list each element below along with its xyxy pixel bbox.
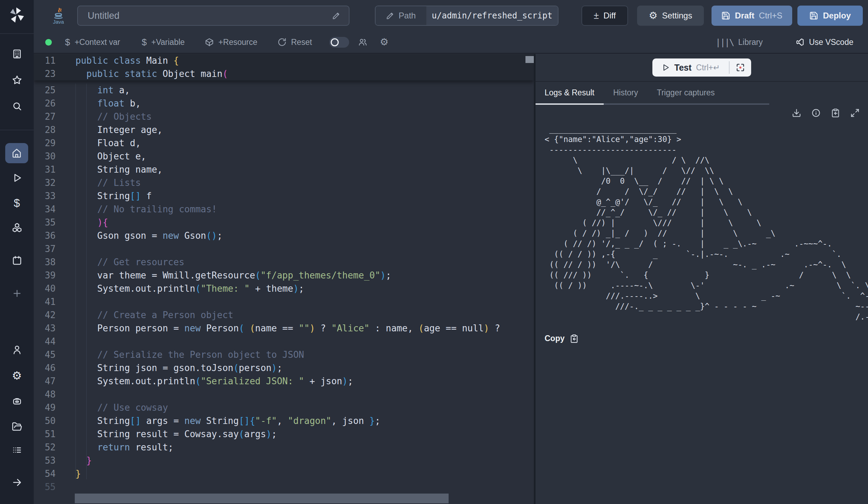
library-button[interactable]: |||\ Library [716, 37, 763, 47]
code-line[interactable]: 31 String name, [34, 163, 534, 176]
deploy-label: Deploy [823, 11, 851, 21]
sidebar-item-add[interactable] [0, 283, 34, 304]
path-field[interactable]: Path u/admin/refreshed_script [375, 6, 558, 26]
capture-mode-button[interactable] [730, 58, 751, 77]
test-button[interactable]: Test Ctrl+↵ [652, 58, 729, 77]
code-line[interactable]: 28 Integer age, [34, 123, 534, 136]
sidebar-item-runs[interactable] [0, 168, 34, 188]
editor-horizontal-scrollbar[interactable] [75, 494, 449, 503]
code-line[interactable]: 54} [34, 467, 534, 480]
sidebar-item-variables[interactable]: $ [0, 193, 34, 213]
code-line[interactable]: 26 float b, [34, 97, 534, 110]
add-resource-button[interactable]: +Resource [205, 38, 257, 47]
run-panel: Test Ctrl+↵ Logs & Result History Trigge… [536, 54, 868, 504]
code-line[interactable]: 51 String result = Cowsay.say(args); [34, 427, 534, 441]
sidebar-item-workers[interactable] [0, 391, 34, 411]
sidebar-divider [0, 33, 34, 34]
line-number: 37 [34, 242, 56, 255]
tab-logs-and-result[interactable]: Logs & Result [536, 82, 604, 105]
diff-button[interactable]: ± Diff [581, 6, 628, 26]
code-line[interactable]: 44 [34, 335, 534, 348]
code-line[interactable]: 39 var theme = Wmill.getResource("f/app_… [34, 269, 534, 282]
sidebar-item-settings[interactable]: ⚙ [0, 365, 34, 386]
collaborators-button[interactable] [358, 38, 367, 47]
test-button-group[interactable]: Test Ctrl+↵ [652, 58, 751, 77]
add-context-var-button[interactable]: $ +Context var [65, 37, 120, 48]
code-text: Person person = new Person( (name == "")… [75, 322, 500, 335]
code-line[interactable]: 49 // Use cowsay [34, 401, 534, 414]
code-line[interactable]: 45 // Serialize the Person object to JSO… [34, 348, 534, 361]
sidebar: $ ⚙ [0, 0, 34, 504]
code-line[interactable]: 11public class Main { [34, 54, 534, 67]
code-line[interactable]: 23 public static Object main( [34, 67, 534, 80]
windmill-logo-icon[interactable] [8, 6, 26, 24]
code-line[interactable]: 29 Float d, [34, 136, 534, 150]
code-line[interactable]: 27 // Objects [34, 110, 534, 123]
library-icon: |||\ [716, 37, 734, 47]
expand-icon[interactable] [850, 108, 860, 118]
sidebar-item-users[interactable] [0, 340, 34, 360]
code-line[interactable]: 43 Person person = new Person( (name == … [34, 322, 534, 335]
reset-button[interactable]: Reset [278, 38, 312, 47]
edit-title-pencil-icon[interactable] [332, 11, 340, 20]
save-icon [809, 11, 818, 20]
line-number: 45 [34, 348, 56, 361]
sidebar-item-resources[interactable] [0, 218, 34, 238]
code-text: // Get resources [75, 255, 184, 269]
code-line[interactable]: 33 String[] f [34, 189, 534, 203]
code-line[interactable]: 41 [34, 295, 534, 308]
code-line[interactable]: 38 // Get resources [34, 255, 534, 269]
diff-mode-toggle[interactable] [329, 37, 349, 48]
sidebar-item-expand[interactable] [0, 472, 34, 493]
use-vscode-button[interactable]: Use VScode [795, 38, 853, 47]
editor-body[interactable]: 25 int a,26 float b,27 // Objects28 Inte… [34, 84, 534, 494]
download-icon[interactable] [792, 108, 801, 118]
code-text: public class Main { [75, 54, 179, 67]
code-line[interactable]: 50 String[] args = new String[]{"-f", "d… [34, 414, 534, 427]
settings-button[interactable]: ⚙ Settings [637, 6, 704, 26]
sidebar-item-audit-logs[interactable] [0, 440, 34, 460]
add-variable-button[interactable]: $ +Variable [142, 37, 185, 48]
sidebar-item-search[interactable] [0, 96, 34, 116]
code-line[interactable]: 53 } [34, 454, 534, 467]
tab-trigger-captures[interactable]: Trigger captures [648, 82, 724, 105]
line-number: 48 [34, 388, 56, 401]
code-line[interactable]: 25 int a, [34, 84, 534, 97]
tab-history[interactable]: History [604, 82, 648, 105]
editor-vertical-scrollbar[interactable] [525, 56, 534, 63]
code-line[interactable]: 46 String json = gson.toJson(person); [34, 361, 534, 375]
sidebar-item-favorites[interactable] [0, 70, 34, 90]
code-line[interactable]: 32 // Lists [34, 176, 534, 189]
deploy-button[interactable]: Deploy [797, 6, 863, 26]
toggle-knob [331, 38, 339, 46]
code-line[interactable]: 42 // Create a Person object [34, 308, 534, 322]
line-number: 40 [34, 282, 56, 295]
code-editor[interactable]: 25 int a,26 float b,27 // Objects28 Inte… [34, 54, 534, 504]
code-line[interactable]: 30 Object e, [34, 150, 534, 163]
path-label-segment[interactable]: Path [376, 6, 426, 25]
gear-icon: ⚙ [649, 11, 658, 21]
copy-result-button[interactable]: Copy [536, 334, 868, 343]
sidebar-item-workspace[interactable] [0, 44, 34, 64]
code-text: int a, [75, 84, 130, 97]
code-line[interactable]: 47 System.out.println("Serialized JSON: … [34, 375, 534, 388]
add-variable-label: +Variable [151, 38, 185, 47]
sidebar-item-home[interactable] [5, 143, 28, 163]
code-line[interactable]: 37 [34, 242, 534, 255]
sidebar-item-schedules[interactable] [0, 250, 34, 270]
draft-button[interactable]: Draft Ctrl+S [712, 6, 792, 26]
code-line[interactable]: 52 return result; [34, 441, 534, 454]
java-label: Java [53, 19, 64, 25]
sidebar-item-folders[interactable] [0, 417, 34, 437]
code-line[interactable]: 48 [34, 388, 534, 401]
clipboard-copy-icon[interactable] [831, 108, 840, 118]
editor-settings-button[interactable]: ⚙ [380, 37, 388, 47]
code-line[interactable]: 36 Gson gson = new Gson(); [34, 229, 534, 242]
code-line[interactable]: 35 ){ [34, 216, 534, 229]
code-line[interactable]: 34 // No trailing commas! [34, 203, 534, 216]
info-icon[interactable] [811, 108, 821, 118]
add-resource-label: +Resource [218, 38, 257, 47]
code-line[interactable]: 40 System.out.println("Theme: " + theme)… [34, 282, 534, 295]
script-title-input[interactable]: Untitled [77, 6, 349, 26]
code-line[interactable]: 55 [34, 480, 534, 494]
